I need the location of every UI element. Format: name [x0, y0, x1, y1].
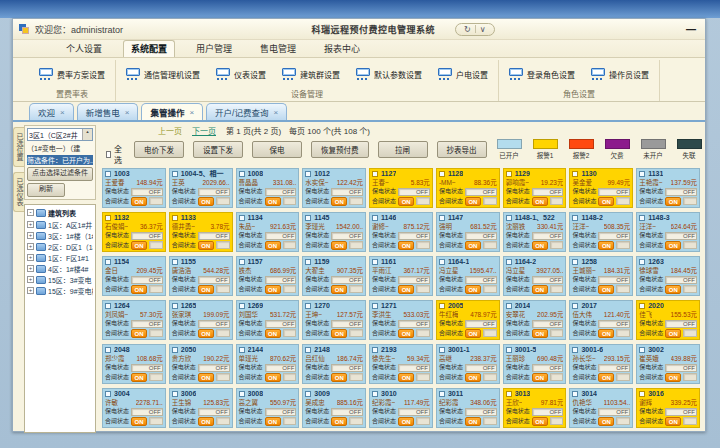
meter-card-checkbox[interactable]: [372, 171, 378, 177]
meter-card-checkbox[interactable]: [572, 347, 578, 353]
switch-on-badge[interactable]: ON: [265, 285, 281, 294]
meter-card[interactable]: 1271李洪生533.03元保电状态OFF合闸状态ON: [369, 300, 433, 340]
meter-card[interactable]: 1133德井勇~3.78元保电状态OFF合闸状态ON: [169, 212, 233, 252]
protect-status-value[interactable]: OFF: [665, 408, 697, 416]
switch-on-badge[interactable]: ON: [331, 285, 347, 294]
protect-status-value[interactable]: OFF: [131, 276, 163, 284]
meter-card[interactable]: 1004-5、相一王英2029.66..保电状态OFF合闸状态ON: [169, 168, 233, 208]
switch-on-badge[interactable]: ON: [131, 329, 147, 338]
meter-card[interactable]: 2144单瑾光870.62元保电状态OFF合闸状态ON: [236, 344, 300, 384]
protect-status-value[interactable]: OFF: [532, 232, 564, 240]
meter-card[interactable]: 1258王城丽~184.31元保电状态OFF合闸状态ON: [569, 256, 633, 296]
protect-status-value[interactable]: OFF: [598, 320, 630, 328]
protect-status-value[interactable]: OFF: [331, 276, 363, 284]
protect-status-value[interactable]: OFF: [198, 188, 230, 196]
meter-card-checkbox[interactable]: [439, 259, 445, 265]
tree-item[interactable]: +3区：1#楼（1#变: [27, 230, 93, 241]
meter-card-checkbox[interactable]: [572, 171, 578, 177]
protect-status-value[interactable]: OFF: [331, 408, 363, 416]
next-page-link[interactable]: 下一页: [192, 125, 216, 136]
meter-card[interactable]: 1134朱品~921.63元保电状态OFF合闸状态ON: [236, 212, 300, 252]
meter-card[interactable]: 2014安翠花202.95元保电状态OFF合闸状态ON: [503, 300, 567, 340]
menu-tab-2[interactable]: 系统配置: [123, 40, 175, 57]
meter-card[interactable]: 2005牛红梅478.97元保电状态OFF合闸状态ON: [436, 300, 500, 340]
meter-card[interactable]: 3002崔英娥439.88元保电状态OFF合闸状态ON: [636, 344, 700, 384]
meter-card-checkbox[interactable]: [172, 347, 178, 353]
meter-card-checkbox[interactable]: [372, 347, 378, 353]
meter-card-checkbox[interactable]: [239, 303, 245, 309]
tree-item[interactable]: +1区：F区1#1（1区: [27, 252, 93, 263]
protect-status-value[interactable]: OFF: [398, 276, 430, 284]
protect-status-value[interactable]: OFF: [265, 188, 297, 196]
meter-card-checkbox[interactable]: [105, 303, 111, 309]
protect-status-value[interactable]: OFF: [198, 320, 230, 328]
meter-card-checkbox[interactable]: [105, 391, 111, 397]
meter-card[interactable]: 1164-2冯立星3927.05..保电状态OFF合闸状态ON: [503, 256, 567, 296]
protect-status-value[interactable]: OFF: [665, 320, 697, 328]
meter-card-checkbox[interactable]: [639, 391, 645, 397]
switch-on-badge[interactable]: ON: [331, 417, 347, 426]
switch-on-badge[interactable]: ON: [131, 417, 147, 426]
meter-card[interactable]: 2193徐先生~59.34元保电状态OFF合闸状态ON: [369, 344, 433, 384]
switch-on-badge[interactable]: ON: [532, 285, 548, 294]
protect-status-value[interactable]: OFF: [265, 408, 297, 416]
meter-card[interactable]: 3001-1高继238.37元保电状态OFF合闸状态ON: [436, 344, 500, 384]
switch-on-badge[interactable]: ON: [465, 241, 481, 250]
meter-card[interactable]: 1132石俊娟~36.37元保电状态OFF合闸状态ON: [102, 212, 166, 252]
switch-on-badge[interactable]: ON: [598, 329, 614, 338]
ribbon-button-2-5[interactable]: 户电设置: [436, 66, 490, 82]
switch-on-badge[interactable]: ON: [665, 197, 681, 206]
meter-card-checkbox[interactable]: [639, 259, 645, 265]
protect-status-value[interactable]: OFF: [598, 364, 630, 372]
meter-card-checkbox[interactable]: [439, 303, 445, 309]
switch-on-badge[interactable]: ON: [198, 373, 214, 382]
meter-card-checkbox[interactable]: [172, 171, 178, 177]
menu-tab-4[interactable]: 售电管理: [253, 41, 303, 57]
switch-on-badge[interactable]: ON: [665, 417, 681, 426]
switch-on-badge[interactable]: ON: [665, 285, 681, 294]
tree-item[interactable]: +15区：9#变电楼（2#: [27, 285, 93, 296]
protect-status-value[interactable]: OFF: [398, 364, 430, 372]
tree-expand-icon[interactable]: +: [27, 276, 34, 283]
meter-card-checkbox[interactable]: [506, 259, 512, 265]
meter-card-checkbox[interactable]: [372, 259, 378, 265]
meter-card[interactable]: 1159大翟圭907.35元保电状态OFF合闸状态ON: [302, 256, 366, 296]
protect-status-value[interactable]: OFF: [331, 188, 363, 196]
meter-card-checkbox[interactable]: [439, 391, 445, 397]
meter-card-checkbox[interactable]: [639, 171, 645, 177]
tree-expand-icon[interactable]: +: [27, 265, 34, 272]
tree-item[interactable]: +4区：1#楼4#（4#楼: [27, 263, 93, 274]
switch-on-badge[interactable]: ON: [398, 197, 414, 206]
ribbon-button-2-1[interactable]: 通信管理机设置: [124, 66, 202, 82]
protect-status-value[interactable]: OFF: [532, 320, 564, 328]
protect-status-value[interactable]: OFF: [465, 408, 497, 416]
protect-status-value[interactable]: OFF: [665, 232, 697, 240]
meter-card-checkbox[interactable]: [506, 347, 512, 353]
switch-on-badge[interactable]: ON: [532, 197, 548, 206]
action-button-3[interactable]: 保电: [252, 141, 302, 158]
meter-card[interactable]: 1269刘国华531.72元保电状态OFF合闸状态ON: [236, 300, 300, 340]
choose-filter-button[interactable]: 点击选择过滤条件: [27, 167, 93, 181]
select-all-checkbox[interactable]: [106, 151, 111, 158]
tab-close-icon[interactable]: ×: [273, 108, 278, 117]
meter-card-checkbox[interactable]: [305, 259, 311, 265]
switch-on-badge[interactable]: ON: [131, 285, 147, 294]
meter-card[interactable]: 1161平雨江367.17元保电状态OFF合闸状态ON: [369, 256, 433, 296]
meter-card-checkbox[interactable]: [572, 391, 578, 397]
chevron-down-icon[interactable]: ∨: [480, 25, 486, 34]
switch-on-badge[interactable]: ON: [398, 373, 414, 382]
meter-card[interactable]: 3014仇艳华1103.54..保电状态OFF合闸状态ON: [569, 388, 633, 428]
minimize-button[interactable]: —: [683, 24, 699, 35]
meter-card-checkbox[interactable]: [239, 215, 245, 221]
tree-expand-icon[interactable]: +: [27, 243, 34, 250]
switch-on-badge[interactable]: ON: [198, 417, 214, 426]
building-combo[interactable]: 3区1（C区2#井 ▲: [27, 128, 93, 141]
menu-tab-5[interactable]: 报表中心: [317, 41, 367, 57]
quick-access-pill[interactable]: ↻ ∨: [455, 23, 495, 36]
meter-card-checkbox[interactable]: [105, 259, 111, 265]
meter-card-checkbox[interactable]: [239, 391, 245, 397]
meter-card-checkbox[interactable]: [439, 215, 445, 221]
protect-status-value[interactable]: OFF: [331, 232, 363, 240]
switch-on-badge[interactable]: ON: [665, 329, 681, 338]
meter-card-checkbox[interactable]: [305, 347, 311, 353]
